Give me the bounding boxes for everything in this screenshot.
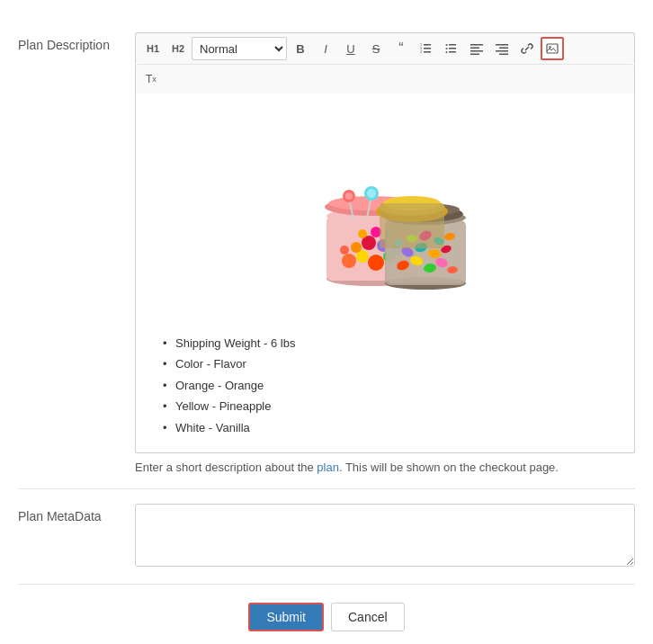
plan-metadata-row: Plan MetaData — [18, 489, 635, 585]
bullet-list: Shipping Weight - 6 lbs Color - Flavor O… — [154, 333, 616, 438]
h1-button[interactable]: H1 — [141, 37, 165, 60]
svg-rect-7 — [449, 48, 456, 49]
candy-jars-image — [154, 117, 616, 315]
align-right-button[interactable] — [490, 37, 514, 60]
svg-rect-12 — [470, 44, 483, 46]
svg-rect-17 — [499, 48, 508, 49]
svg-point-37 — [358, 229, 367, 238]
link-button[interactable] — [515, 37, 539, 60]
svg-rect-16 — [496, 44, 508, 46]
svg-rect-70 — [380, 203, 444, 248]
list-item: Orange - Orange — [163, 375, 616, 396]
plan-metadata-label: Plan MetaData — [18, 504, 135, 523]
svg-rect-0 — [424, 44, 431, 46]
strikethrough-button[interactable]: S — [364, 37, 388, 60]
svg-point-10 — [446, 48, 448, 49]
format-select[interactable]: Normal Heading 1 Heading 2 Heading 3 Hea… — [192, 37, 287, 60]
unordered-list-button[interactable] — [440, 37, 463, 60]
editor-toolbar: H1 H2 Normal Heading 1 Heading 2 Heading… — [135, 32, 635, 64]
plan-metadata-field — [135, 504, 635, 569]
cancel-button[interactable]: Cancel — [331, 603, 405, 631]
svg-rect-14 — [470, 50, 483, 52]
list-item: Yellow - Pineapple — [163, 396, 616, 416]
svg-point-36 — [340, 246, 349, 255]
plan-link[interactable]: plan — [317, 461, 339, 474]
image-button[interactable] — [541, 37, 564, 60]
svg-rect-13 — [470, 48, 479, 49]
help-text: Enter a short description about the plan… — [135, 461, 635, 474]
svg-rect-19 — [499, 54, 508, 56]
svg-point-11 — [446, 51, 448, 53]
bold-button[interactable]: B — [289, 37, 312, 60]
metadata-textarea[interactable] — [135, 504, 635, 567]
editor-toolbar-row2: Tx — [135, 64, 635, 94]
h2-button[interactable]: H2 — [166, 37, 190, 60]
form-buttons: Submit Cancel — [18, 585, 635, 640]
list-item: Shipping Weight - 6 lbs — [163, 333, 616, 353]
svg-rect-15 — [470, 54, 479, 56]
submit-button[interactable]: Submit — [248, 603, 324, 631]
svg-rect-6 — [449, 44, 456, 46]
svg-point-32 — [351, 242, 362, 253]
svg-point-46 — [367, 189, 376, 198]
align-left-button[interactable] — [465, 37, 488, 60]
svg-rect-2 — [424, 51, 431, 53]
svg-point-27 — [342, 254, 356, 268]
svg-point-21 — [549, 46, 550, 48]
svg-point-43 — [345, 192, 353, 200]
clear-format-button[interactable]: Tx — [141, 67, 161, 91]
quote-button[interactable]: “ — [389, 37, 413, 60]
ordered-list-button[interactable]: 1 2 3 — [415, 37, 438, 60]
underline-button[interactable]: U — [339, 37, 362, 60]
svg-rect-1 — [424, 48, 431, 49]
svg-text:3: 3 — [420, 49, 423, 54]
list-item: White - Vanilla — [163, 417, 616, 438]
list-item: Color - Flavor — [163, 353, 616, 374]
plan-description-row: Plan Description H1 H2 Normal Heading 1 … — [18, 18, 635, 489]
svg-rect-8 — [449, 51, 456, 53]
italic-button[interactable]: I — [314, 37, 337, 60]
svg-rect-18 — [496, 50, 508, 52]
plan-description-field: H1 H2 Normal Heading 1 Heading 2 Heading… — [135, 32, 635, 474]
editor-content-area[interactable]: Shipping Weight - 6 lbs Color - Flavor O… — [135, 94, 635, 453]
svg-point-29 — [368, 255, 384, 271]
plan-description-label: Plan Description — [18, 32, 135, 52]
svg-point-9 — [446, 44, 448, 46]
